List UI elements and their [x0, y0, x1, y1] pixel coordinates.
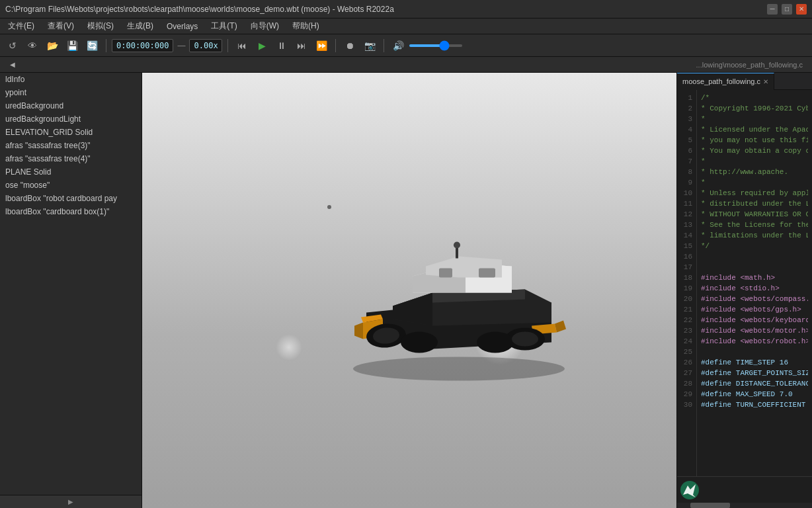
scene-tree[interactable]: ldInfoypointuredBackgrounduredBackground…	[0, 73, 142, 495]
line-number: 23	[677, 325, 692, 336]
scene-tree-item[interactable]: uredBackgroundLight	[0, 112, 142, 126]
scene-tree-item[interactable]: ose "moose"	[0, 179, 142, 192]
code-line: #define TURN_COEFFICIENT 4	[701, 400, 808, 410]
toolbar-sep-4	[384, 39, 384, 52]
svg-point-21	[454, 242, 460, 249]
line-number: 12	[677, 209, 692, 220]
menu-tools[interactable]: 工具(T)	[206, 19, 242, 33]
line-number: 13	[677, 220, 692, 230]
menu-build[interactable]: 生成(B)	[122, 19, 159, 33]
line-number: 15	[677, 241, 692, 251]
code-line: #include <webots/compass.	[701, 294, 808, 304]
editor-hscroll-thumb[interactable]	[690, 503, 730, 508]
code-lines[interactable]: 1234567891011121314151617181920212223242…	[677, 90, 812, 476]
scene-container	[142, 73, 676, 508]
scene-tree-item[interactable]: afras "sassafras tree(3)"	[0, 139, 142, 152]
scene-tree-item[interactable]: lboardBox "cardboard box(1)"	[0, 205, 142, 218]
scene-tree-item[interactable]: uredBackground	[0, 99, 142, 112]
menu-bar: 文件(E) 查看(V) 模拟(S) 生成(B) Overlays 工具(T) 向…	[0, 19, 812, 34]
toolbar-reload-button[interactable]: 🔄	[83, 37, 101, 54]
time-display: 0:00:00:000	[112, 39, 173, 52]
toolbar-save-button[interactable]: 💾	[63, 37, 81, 54]
left-panel-footer: ▶	[0, 495, 142, 508]
line-number: 29	[677, 389, 692, 400]
step-back-button[interactable]: ⏮	[233, 37, 251, 54]
speed-display: 0.00x	[189, 39, 222, 52]
editor-horizontal-scrollbar[interactable]	[677, 503, 812, 508]
toolbar-sep-2	[227, 39, 228, 52]
menu-file[interactable]: 文件(E)	[3, 19, 40, 33]
close-button[interactable]: ✕	[796, 4, 807, 15]
line-number: 25	[677, 347, 692, 357]
toolbar: ↺ 👁 📂 💾 🔄 0:00:00:000 — 0.00x ⏮ ▶ ⏸ ⏭ ⏩ …	[0, 34, 812, 57]
scene-tree-item[interactable]: ldInfo	[0, 73, 142, 86]
menu-simulate[interactable]: 模拟(S)	[82, 19, 119, 33]
tb2-right: ...lowing\moose_path_following.c	[149, 61, 808, 69]
light-effect-2	[276, 334, 302, 360]
pause-button[interactable]: ⏸	[273, 37, 290, 54]
window-title: C:\Program Files\Webots\projects\robots\…	[5, 5, 394, 14]
robot-svg	[327, 197, 578, 382]
3d-viewport[interactable]	[142, 73, 676, 508]
title-bar: C:\Program Files\Webots\projects\robots\…	[0, 0, 812, 19]
toolbar-sep-1	[106, 39, 106, 52]
line-number: 2	[677, 103, 692, 114]
line-number: 14	[677, 230, 692, 241]
main-content: ldInfoypointuredBackgrounduredBackground…	[0, 73, 812, 508]
line-number: 6	[677, 146, 692, 156]
menu-wizard[interactable]: 向导(W)	[245, 19, 284, 33]
code-line: * Copyright 1996-2021 Cyb	[701, 103, 808, 114]
tab-close-button[interactable]: ✕	[763, 78, 768, 85]
volume-slider[interactable]	[409, 44, 462, 47]
screenshot-button[interactable]: 📷	[361, 37, 378, 54]
scene-tree-item[interactable]: ypoint	[0, 86, 142, 99]
code-content: /* * Copyright 1996-2021 Cyb * * License…	[697, 90, 812, 476]
svg-rect-23	[439, 269, 452, 278]
toolbar2: ◀ ...lowing\moose_path_following.c	[0, 57, 812, 73]
line-number: 4	[677, 124, 692, 135]
record-button[interactable]: ⏺	[341, 37, 358, 54]
scene-tree-item[interactable]: PLANE Solid	[0, 165, 142, 179]
toolbar-eye-button[interactable]: 👁	[24, 37, 41, 54]
line-number: 30	[677, 400, 692, 410]
line-number: 16	[677, 251, 692, 262]
menu-help[interactable]: 帮助(H)	[287, 19, 325, 33]
volume-icon[interactable]: 🔊	[389, 37, 407, 54]
code-line	[701, 262, 808, 273]
line-number: 11	[677, 198, 692, 209]
menu-view[interactable]: 查看(V)	[42, 19, 79, 33]
code-line: #include <webots/gps.h>	[701, 304, 808, 315]
scene-tree-item[interactable]: lboardBox "robot cardboard pay	[0, 192, 142, 205]
line-number: 19	[677, 283, 692, 294]
code-line: * distributed under the L	[701, 198, 808, 209]
time-dash: —	[176, 41, 186, 50]
window-controls: ─ □ ✕	[767, 4, 807, 15]
line-number: 27	[677, 368, 692, 378]
code-line	[701, 251, 808, 262]
code-line: #include <webots/motor.h>	[701, 325, 808, 336]
menu-overlays[interactable]: Overlays	[161, 21, 203, 32]
code-line: /*	[701, 93, 808, 103]
maximize-button[interactable]: □	[782, 4, 792, 15]
code-line: #define DISTANCE_TOLERANCE	[701, 378, 808, 389]
scene-tree-item[interactable]: ELEVATION_GRID Solid	[0, 126, 142, 139]
minimize-button[interactable]: ─	[767, 4, 778, 15]
code-line: #include <stdio.h>	[701, 283, 808, 294]
panel-toggle-button[interactable]: ◀	[4, 56, 21, 73]
expand-indicator: ▶	[68, 498, 73, 505]
toolbar-open-button[interactable]: 📂	[44, 37, 61, 54]
code-line: * You may obtain a copy o	[701, 146, 808, 156]
toolbar-reset-button[interactable]: ↺	[4, 37, 21, 54]
webots-logo-icon	[680, 480, 700, 500]
code-line: * limitations under the L	[701, 230, 808, 241]
play-button[interactable]: ▶	[253, 37, 270, 54]
record-step-button[interactable]: ⏩	[313, 37, 330, 54]
line-number: 21	[677, 304, 692, 315]
step-forward-button[interactable]: ⏭	[293, 37, 310, 54]
scene-tree-item[interactable]: afras "sassafras tree(4)"	[0, 152, 142, 165]
line-number: 7	[677, 156, 692, 167]
code-line: #include <webots/keyboard.	[701, 315, 808, 325]
line-number: 8	[677, 167, 692, 177]
editor-tab-main[interactable]: moose_path_following.c ✕	[677, 73, 774, 90]
line-number: 24	[677, 336, 692, 347]
